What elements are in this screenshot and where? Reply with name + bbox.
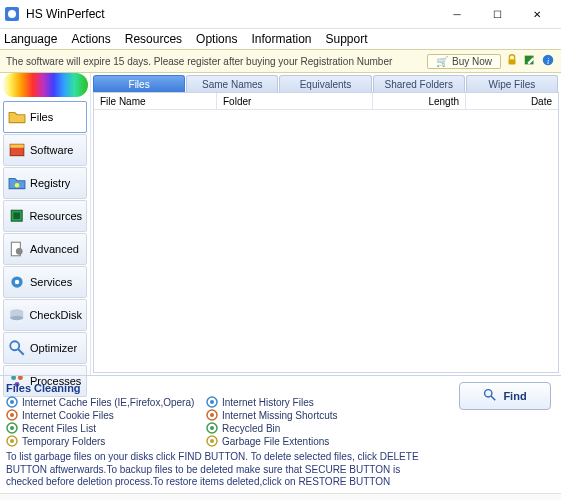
sidebar-item-registry[interactable]: Registry [3, 167, 87, 199]
sidebar-item-files[interactable]: Files [3, 101, 87, 133]
svg-point-17 [10, 316, 23, 320]
find-button[interactable]: Find [459, 382, 551, 410]
titlebar: HS WinPerfect ─ ☐ ✕ [0, 0, 561, 29]
sidebar-item-label: Software [30, 144, 73, 156]
sidebar-item-label: CheckDisk [29, 309, 82, 321]
app-icon [4, 6, 20, 22]
bottom-panel: Files Cleaning Internet Cache Files (IE,… [0, 375, 561, 493]
col-length[interactable]: Length [373, 93, 466, 109]
tab-wipe-files[interactable]: Wipe Files [466, 75, 558, 92]
tab-files[interactable]: Files [93, 75, 185, 92]
sidebar-item-label: Optimizer [30, 342, 77, 354]
gear-icon [8, 273, 26, 291]
clean-icon [206, 422, 218, 434]
svg-point-14 [15, 280, 20, 285]
chip-icon [8, 207, 25, 225]
maximize-button[interactable]: ☐ [477, 0, 517, 28]
clean-icon [206, 435, 218, 447]
column-headers: File Name Folder Length Date [94, 93, 558, 110]
hint-text: To list garbage files on your disks clic… [6, 451, 426, 489]
find-label: Find [503, 390, 526, 402]
clean-item-left-1[interactable]: Internet Cookie Files [6, 409, 206, 421]
tab-equivalents[interactable]: Equivalents [279, 75, 371, 92]
search-icon [483, 388, 497, 404]
clean-item-left-0[interactable]: Internet Cache Files (IE,Firefox,Opera) [6, 396, 206, 408]
clean-item-right-3[interactable]: Garbage File Extentions [206, 435, 406, 447]
clean-item-right-2[interactable]: Recycled Bin [206, 422, 406, 434]
svg-point-38 [210, 439, 214, 443]
col-filename[interactable]: File Name [94, 93, 217, 109]
sidebar-item-label: Registry [30, 177, 70, 189]
info-icon[interactable]: i [541, 53, 555, 69]
clean-item-left-2[interactable]: Recent Files List [6, 422, 206, 434]
sidebar-item-label: Advanced [30, 243, 79, 255]
sidebar-item-label: Resources [29, 210, 82, 222]
buy-now-label: Buy Now [452, 56, 492, 67]
statusbar [0, 493, 561, 500]
svg-rect-7 [10, 144, 24, 147]
svg-point-24 [10, 400, 14, 404]
minimize-button[interactable]: ─ [437, 0, 477, 28]
tab-same-names[interactable]: Same Names [186, 75, 278, 92]
close-button[interactable]: ✕ [517, 0, 557, 28]
clean-item-right-0[interactable]: Internet History Files [206, 396, 406, 408]
menu-information[interactable]: Information [251, 32, 311, 46]
disk-icon [8, 306, 25, 324]
clean-item-right-1[interactable]: Internet Missing Shortcuts [206, 409, 406, 421]
svg-point-30 [210, 413, 214, 417]
svg-point-1 [8, 10, 16, 18]
menu-options[interactable]: Options [196, 32, 237, 46]
expire-message: The software will expire 15 days. Please… [6, 56, 392, 67]
sidebar-item-checkdisk[interactable]: CheckDisk [3, 299, 87, 331]
sidebar-item-services[interactable]: Services [3, 266, 87, 298]
file-list: File Name Folder Length Date [93, 92, 559, 373]
clean-item-left-3[interactable]: Temporary Folders [6, 435, 206, 447]
box-icon [8, 141, 26, 159]
clean-icon [6, 422, 18, 434]
clean-icon [206, 396, 218, 408]
svg-point-12 [16, 248, 23, 255]
magnifier-icon [8, 339, 26, 357]
svg-point-32 [10, 426, 14, 430]
clean-icon [6, 396, 18, 408]
sidebar-item-label: Files [30, 111, 53, 123]
menubar: Language Actions Resources Options Infor… [0, 29, 561, 49]
sidebar: FilesSoftwareRegistryResourcesAdvancedSe… [0, 73, 90, 375]
sidebar-item-resources[interactable]: Resources [3, 200, 87, 232]
sidebar-item-label: Services [30, 276, 72, 288]
register-icon[interactable] [523, 53, 537, 69]
regfolder-icon [8, 174, 26, 192]
clean-icon [6, 409, 18, 421]
buy-now-button[interactable]: 🛒 Buy Now [427, 54, 501, 69]
list-body[interactable] [94, 110, 558, 372]
svg-point-18 [10, 341, 19, 350]
svg-rect-10 [13, 213, 20, 220]
col-folder[interactable]: Folder [217, 93, 373, 109]
menu-support[interactable]: Support [326, 32, 368, 46]
window-title: HS WinPerfect [26, 7, 105, 21]
col-date[interactable]: Date [466, 93, 558, 109]
clean-icon [206, 409, 218, 421]
clean-icon [6, 435, 18, 447]
sidebar-item-software[interactable]: Software [3, 134, 87, 166]
gearpage-icon [8, 240, 26, 258]
logo-rainbow [2, 73, 88, 97]
svg-text:i: i [547, 57, 549, 66]
svg-line-40 [491, 396, 495, 400]
svg-point-8 [15, 183, 20, 188]
tabs: FilesSame NamesEquivalentsShared Folders… [93, 75, 559, 92]
svg-point-36 [10, 439, 14, 443]
sidebar-item-advanced[interactable]: Advanced [3, 233, 87, 265]
cart-icon: 🛒 [436, 56, 448, 67]
menu-language[interactable]: Language [4, 32, 57, 46]
folder-icon [8, 108, 26, 126]
menu-resources[interactable]: Resources [125, 32, 182, 46]
tab-shared-folders[interactable]: Shared Folders [373, 75, 465, 92]
svg-rect-2 [509, 59, 516, 64]
svg-point-28 [10, 413, 14, 417]
svg-point-39 [485, 390, 492, 397]
menu-actions[interactable]: Actions [71, 32, 110, 46]
sidebar-item-optimizer[interactable]: Optimizer [3, 332, 87, 364]
svg-line-19 [18, 349, 24, 355]
lock-icon[interactable] [505, 53, 519, 69]
